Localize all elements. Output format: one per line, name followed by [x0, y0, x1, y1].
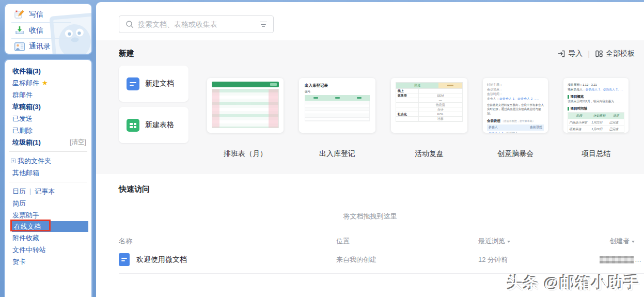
template-gallery: 排班表（月） 出入库登记表 编号: 出入库登记: [207, 66, 629, 159]
folders-panel: 收件箱(3) 星标邮件★ 群邮件 草稿箱(3) 已发送 已删除 垃圾箱(1) […: [4, 59, 92, 297]
template-thumbnail: 项目周期：1.12 - 3.21 项目负责人：@负责人 1、@负责人 2、...…: [563, 78, 629, 133]
search-input[interactable]: [138, 20, 256, 28]
sidebar-item-deleted[interactable]: 已删除: [5, 124, 91, 136]
quick-access-title: 快速访问: [96, 184, 644, 194]
divider: [9, 151, 87, 152]
sidebar-item-my-folders[interactable]: 我的文件夹: [5, 155, 91, 167]
divider: [9, 182, 87, 182]
contacts-button[interactable]: 通讯录: [5, 39, 91, 54]
import-button[interactable]: 导入: [557, 49, 583, 58]
divider: |: [588, 50, 590, 58]
col-header-creator[interactable]: 创建者: [609, 237, 635, 246]
template-card-brainstorm[interactable]: 讨论主题： 会议地点： 会议时间： 参会人：@参会人 1、@参会人 2 ，...…: [483, 78, 548, 159]
sidebar-item-file-transfer[interactable]: 文件中转站: [5, 244, 91, 256]
chevron-down-icon: [632, 241, 635, 243]
new-document-button[interactable]: 新建文档: [119, 66, 189, 102]
empty-trash-button[interactable]: [清空]: [70, 138, 86, 146]
search-icon: [125, 20, 134, 28]
template-label: 项目总结: [582, 149, 610, 159]
template-thumbnail: 渠道 线上 效果类SEM — 信息流 合计 社会化KOL 社群: [391, 78, 467, 133]
sidebar-item-calendar[interactable]: 日历: [12, 187, 26, 195]
quick-access-section: 快速访问 将文档拖拽到这里 名称 位置 最近浏览 创建者 欢迎使用微文档 来自我…: [96, 174, 644, 274]
new-spreadsheet-button[interactable]: 新建表格: [119, 107, 189, 143]
document-creator: …: [600, 256, 641, 263]
sidebar-item-greeting-card[interactable]: 贺卡: [5, 256, 91, 268]
col-header-viewed[interactable]: 最近浏览: [478, 237, 600, 246]
template-label: 活动复盘: [415, 149, 444, 159]
template-label: 排班表（月）: [224, 149, 267, 159]
filter-sort-icon[interactable]: [260, 22, 267, 27]
expand-plus-icon[interactable]: [11, 159, 15, 163]
contacts-icon: [14, 42, 25, 51]
template-thumbnail: 出入库登记表 编号:: [299, 78, 375, 133]
compose-icon: [14, 10, 25, 19]
templates-grid-icon: [595, 50, 603, 58]
create-buttons: 新建文档 新建表格: [119, 66, 189, 159]
template-card-project-summary[interactable]: 项目周期：1.12 - 3.21 项目负责人：@负责人 1、@负责人 2、...…: [563, 78, 629, 159]
table-header: 名称 位置 最近浏览 创建者: [119, 237, 635, 246]
sidebar-item-other-mailbox[interactable]: 其他邮箱: [5, 167, 91, 179]
sidebar-item-sent[interactable]: 已发送: [5, 113, 91, 124]
template-card-schedule[interactable]: 排班表（月）: [207, 78, 284, 159]
sidebar-item-notebook[interactable]: 记事本: [35, 187, 55, 195]
template-thumbnail: 讨论主题： 会议地点： 会议时间： 参会人：@参会人 1、@参会人 2 ，...…: [483, 78, 548, 133]
document-icon: [119, 253, 130, 266]
sidebar-item-attachment-favorites[interactable]: 附件收藏: [5, 232, 91, 244]
new-sheet-icon: [127, 119, 139, 132]
document-name: 欢迎使用微文档: [136, 255, 187, 264]
template-card-inventory[interactable]: 出入库登记表 编号: 出入库登记: [299, 78, 375, 159]
sidebar: 写信 收信 通讯录 收件箱(3) 星标邮件★ 群邮: [4, 3, 92, 297]
document-location: 来自我的创建: [336, 255, 478, 264]
chevron-down-icon: [507, 241, 510, 243]
sidebar-item-invoice-helper[interactable]: 发票助手: [5, 209, 91, 221]
sidebar-item-trash[interactable]: 垃圾箱(1) [清空]: [5, 136, 91, 148]
import-icon: [557, 50, 566, 58]
search-box[interactable]: [119, 15, 274, 33]
sidebar-item-starred[interactable]: 星标邮件★: [5, 77, 91, 89]
sidebar-item-group-mail[interactable]: 群邮件: [5, 89, 91, 101]
sidebar-item-drafts[interactable]: 草稿箱(3): [5, 101, 91, 113]
search-row: [96, 2, 644, 40]
receive-mail-button[interactable]: 收信: [5, 23, 91, 38]
create-section-title: 新建: [119, 49, 134, 58]
compose-panel: 写信 收信 通讯录: [4, 3, 92, 55]
sidebar-item-inbox[interactable]: 收件箱(3): [5, 65, 91, 77]
creator-redacted-mosaic: [600, 256, 634, 263]
compose-mail-button[interactable]: 写信: [5, 7, 91, 22]
sidebar-item-online-docs[interactable]: 在线文档: [12, 221, 88, 232]
toutiao-watermark: 头条 @邮箱小助手: [507, 273, 640, 294]
template-card-activity-review[interactable]: 渠道 线上 效果类SEM — 信息流 合计 社会化KOL 社群: [391, 78, 467, 159]
col-header-name[interactable]: 名称: [119, 237, 336, 246]
table-row[interactable]: 欢迎使用微文档 来自我的创建 12 分钟前 …: [119, 246, 644, 274]
sidebar-item-resume[interactable]: 简历: [5, 197, 91, 209]
star-icon: ★: [42, 79, 48, 87]
contacts-label: 通讯录: [29, 42, 51, 51]
divider: |: [29, 187, 31, 195]
all-templates-button[interactable]: 全部模板: [595, 49, 635, 58]
template-label: 创意脑暴会: [497, 149, 533, 159]
drop-zone-hint[interactable]: 将文档拖拽到这里: [96, 212, 644, 221]
create-section: 新建 导入 | 全部模板: [96, 40, 644, 174]
template-label: 出入库登记: [319, 149, 355, 159]
compose-mail-label: 写信: [29, 10, 43, 19]
new-doc-icon: [127, 77, 139, 90]
col-header-location[interactable]: 位置: [336, 237, 478, 246]
qq-mail-online-docs-page: { "icons": { "star": "★", "note_compose"…: [0, 0, 644, 297]
document-viewed-time: 12 分钟前: [478, 255, 600, 264]
receive-icon: [14, 26, 25, 35]
sidebar-item-calendar-notebook: 日历 | 记事本: [5, 185, 91, 197]
template-thumbnail: [207, 78, 284, 133]
main-content: 新建 导入 | 全部模板: [96, 2, 644, 297]
receive-mail-label: 收信: [29, 26, 43, 35]
